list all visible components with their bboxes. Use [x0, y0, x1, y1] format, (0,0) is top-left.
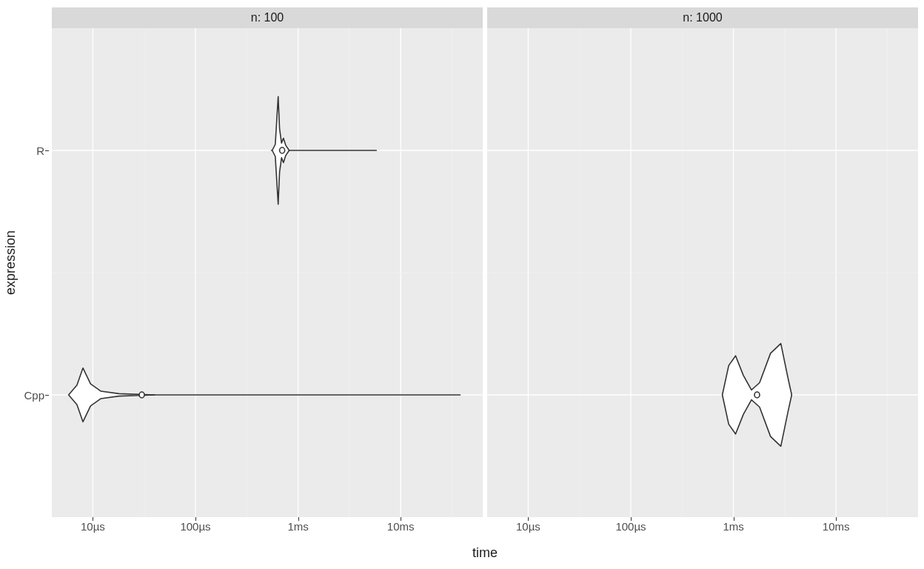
violin-median [754, 392, 760, 398]
facet: n: 10010µs100µs1ms10ms [52, 7, 483, 517]
x-tick-labels: 10µs100µs1ms10ms [487, 519, 918, 536]
y-tick [45, 150, 49, 151]
panel-svg [487, 28, 918, 517]
x-tick-label: 100µs [180, 520, 210, 533]
violin-median [280, 147, 285, 153]
x-tick-label: 10ms [387, 520, 415, 533]
x-axis-title-text: time [472, 545, 498, 560]
y-tick-label: Cpp [24, 389, 44, 402]
x-tick-label: 10µs [516, 520, 540, 533]
facet: n: 100010µs100µs1ms10ms [487, 7, 918, 517]
x-tick-labels: 10µs100µs1ms10ms [52, 519, 483, 536]
facet-row: n: 10010µs100µs1ms10msn: 100010µs100µs1m… [52, 7, 918, 517]
panel: 10µs100µs1ms10ms [52, 28, 483, 517]
y-axis-title-text: expression [4, 230, 19, 294]
y-axis-tick-labels: RCpp [19, 28, 49, 517]
x-tick-label: 10µs [81, 520, 105, 533]
facet-strip: n: 100 [52, 7, 483, 28]
x-tick-label: 100µs [615, 520, 646, 533]
y-tick-label: R [36, 144, 44, 157]
facet-strip: n: 1000 [487, 7, 918, 28]
x-tick-label: 1ms [287, 520, 308, 533]
panel-svg [52, 28, 483, 517]
y-tick [45, 395, 49, 396]
violin-median [139, 392, 144, 398]
panel: 10µs100µs1ms10ms [487, 28, 918, 517]
x-tick-label: 10ms [823, 520, 850, 533]
x-axis-title: time [52, 545, 918, 566]
y-axis-title: expression [1, 0, 21, 525]
x-tick-label: 1ms [723, 520, 743, 533]
